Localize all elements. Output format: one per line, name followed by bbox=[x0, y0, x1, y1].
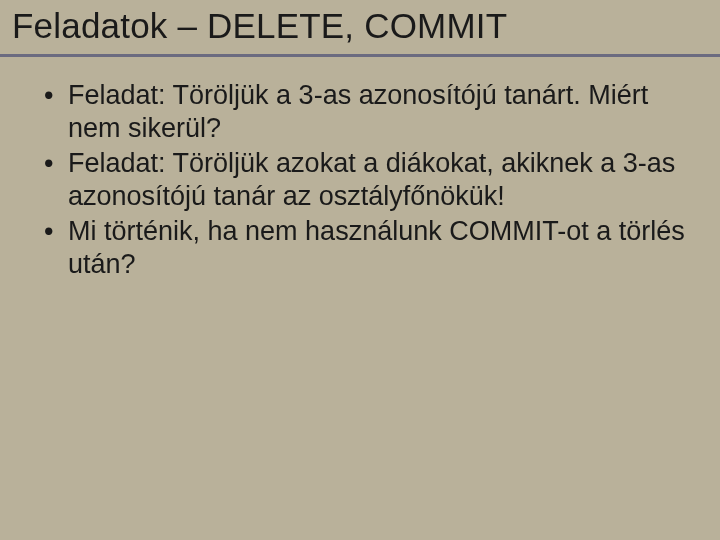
list-item: Feladat: Töröljük a 3-as azonosítójú tan… bbox=[44, 79, 690, 145]
body-area: Feladat: Töröljük a 3-as azonosítójú tan… bbox=[0, 57, 720, 281]
title-area: Feladatok – DELETE, COMMIT bbox=[0, 0, 720, 57]
list-item: Mi történik, ha nem használunk COMMIT-ot… bbox=[44, 215, 690, 281]
list-item: Feladat: Töröljük azokat a diákokat, aki… bbox=[44, 147, 690, 213]
slide: Feladatok – DELETE, COMMIT Feladat: Törö… bbox=[0, 0, 720, 540]
bullet-list: Feladat: Töröljük a 3-as azonosítójú tan… bbox=[44, 79, 690, 281]
slide-title: Feladatok – DELETE, COMMIT bbox=[12, 6, 708, 46]
